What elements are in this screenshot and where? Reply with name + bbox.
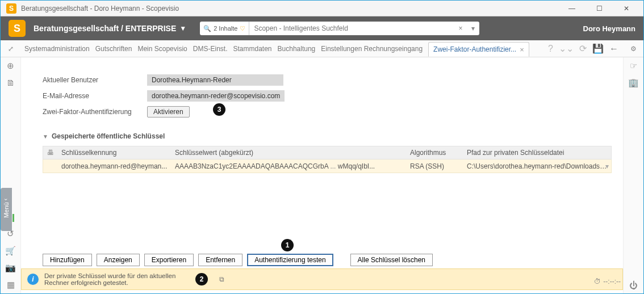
activate-button[interactable]: Aktivieren <box>147 106 190 117</box>
section-title: Gespeicherte öffentliche Schlüssel <box>52 132 165 140</box>
tabs-row: ⤢ Systemadministration Gutschriften Mein… <box>1 40 643 57</box>
current-user-label: Aktueller Benutzer <box>43 76 139 84</box>
search-expand-icon[interactable]: ▾ <box>467 24 479 32</box>
annotation-badge-2: 2 <box>195 273 208 285</box>
refresh-icon[interactable]: ⟳ <box>579 43 587 54</box>
timer-value: --:--:-- <box>603 278 621 285</box>
current-user-value: Dorothea.Heymann-Reder <box>147 74 283 86</box>
collapse-triangle-icon: ▼ <box>43 133 48 140</box>
export-button[interactable]: Exportieren <box>144 254 194 266</box>
help-icon[interactable]: ? <box>548 44 553 54</box>
row-menu-icon[interactable]: ▾ <box>605 162 609 170</box>
test-auth-button[interactable]: Authentifizierung testen <box>247 254 333 266</box>
cart-icon[interactable]: 🛒 <box>5 246 16 256</box>
menu-handle[interactable]: Menü › <box>1 188 12 231</box>
button-row: Hinzufügen Anzeigen Exportieren Entferne… <box>43 254 433 266</box>
window-title: Beratungsgesellschaft - Doro Heymann - S… <box>21 5 556 12</box>
annotation-badge-1: 1 <box>281 239 294 251</box>
search-input[interactable] <box>249 22 454 35</box>
right-rail: ☞ 🏢 ⏻ <box>623 57 643 293</box>
table-row[interactable]: dorothea.heymann-red@heyman... AAAAB3Nza… <box>43 159 612 173</box>
org-label: Beratungsgesellschaft / ENTERPRISE <box>34 24 176 33</box>
add-button[interactable]: Hinzufügen <box>43 254 92 266</box>
minimize-button[interactable]: — <box>561 2 583 15</box>
right-col-spacer: ⚙ <box>623 40 643 57</box>
maximize-button[interactable]: ☐ <box>588 2 610 15</box>
cell-key-id: dorothea.heymann-red@heyman... <box>58 162 172 170</box>
col-key-value[interactable]: Schlüsselwert (abgekürzt) <box>172 149 407 157</box>
add-icon[interactable]: ⊕ <box>7 61 14 71</box>
tab-close-icon[interactable]: × <box>520 45 524 54</box>
main-content: Aktueller Benutzer Dorothea.Heymann-Rede… <box>21 57 623 293</box>
remove-button[interactable]: Entfernen <box>198 254 242 266</box>
menu-handle-label: Menü <box>3 203 10 219</box>
email-label: E-Mail-Adresse <box>43 92 139 100</box>
page-icon[interactable]: 🗎 <box>6 78 15 87</box>
cell-algorithm: RSA (SSH) <box>407 162 463 170</box>
power-icon[interactable]: ⏻ <box>629 280 638 290</box>
status-message: Der private Schlüssel wurde für den aktu… <box>44 272 192 286</box>
cell-key-value: AAAAB3NzaC1yc2EAAAADAQABAAACAQCGrbA ... … <box>172 162 407 170</box>
grid-icon[interactable]: ▦ <box>7 280 15 290</box>
titlebar: S Beratungsgesellschaft - Doro Heymann -… <box>1 1 643 16</box>
filter-icon: ♡ <box>240 25 245 32</box>
search-count-label: 2 Inhalte <box>214 25 237 32</box>
search-icon: 🔍 <box>203 25 211 32</box>
annotation-badge-3: 3 <box>213 103 225 116</box>
col-key-path[interactable]: Pfad zur privaten Schlüsseldatei <box>463 149 611 157</box>
breadcrumb-item[interactable]: DMS-Einst. <box>193 45 228 53</box>
left-rail: ⊕ 🗎 ↺ 🛒 📷 ▦ <box>1 57 21 293</box>
active-tab-label: Zwei-Faktor-Authentifizier... <box>433 45 516 53</box>
breadcrumb-item[interactable]: Systemadministration <box>24 45 90 53</box>
search-wrap: 🔍 2 Inhalte ♡ × ▾ <box>200 22 479 35</box>
copy-icon[interactable]: ⧉ <box>219 276 224 283</box>
app-icon: S <box>6 3 16 14</box>
timer: ⏱ --:--:-- <box>594 278 621 285</box>
back-arrow-icon[interactable]: ← <box>609 44 618 54</box>
camera-icon[interactable]: 📷 <box>5 263 16 273</box>
org-selector[interactable]: Beratungsgesellschaft / ENTERPRISE ▼ <box>34 24 186 33</box>
gear-icon[interactable]: ⚙ <box>630 45 637 53</box>
breadcrumb-item[interactable]: Stammdaten <box>233 45 271 53</box>
chevron-right-icon: › <box>3 199 10 200</box>
section-header[interactable]: ▼ Gespeicherte öffentliche Schlüssel <box>43 132 612 140</box>
app-logo: S <box>9 20 26 37</box>
show-button[interactable]: Anzeigen <box>97 254 140 266</box>
breadcrumb-item[interactable]: Mein Scopevisio <box>137 45 187 53</box>
expand-icon[interactable]: ⤢ <box>8 45 14 53</box>
keys-table: 🖶 Schlüsselkennung Schlüsselwert (abgekü… <box>43 146 612 173</box>
topbar: S Beratungsgesellschaft / ENTERPRISE ▼ 🔍… <box>1 16 643 40</box>
current-username: Doro Heymann <box>583 24 635 33</box>
left-col-spacer: ⤢ <box>1 40 21 57</box>
status-bar: i Der private Schlüssel wurde für den ak… <box>21 268 623 290</box>
building-icon[interactable]: 🏢 <box>628 78 639 88</box>
hand-icon[interactable]: ☞ <box>630 61 637 71</box>
delete-all-button[interactable]: Alle Schlüssel löschen <box>350 254 433 266</box>
col-algorithm[interactable]: Algorithmus <box>407 149 463 157</box>
chevron-down-icon: ▼ <box>179 24 186 32</box>
search-clear-icon[interactable]: × <box>454 24 467 32</box>
breadcrumb-item[interactable]: Einstellungen Rechnungseingang <box>321 45 423 53</box>
double-chevron-down-icon[interactable]: ⌄⌄ <box>559 43 574 54</box>
print-column-icon[interactable]: 🖶 <box>43 149 58 157</box>
email-value: dorothea.heymann-reder@scopevisio.com <box>147 90 285 102</box>
table-header: 🖶 Schlüsselkennung Schlüsselwert (abgekü… <box>43 146 612 159</box>
breadcrumb-item[interactable]: Buchhaltung <box>278 45 316 53</box>
col-key-id[interactable]: Schlüsselkennung <box>58 149 172 157</box>
info-icon: i <box>27 274 39 285</box>
close-button[interactable]: ✕ <box>615 2 638 15</box>
twofa-label: Zwei-Faktor-Authentifizierung <box>43 108 139 116</box>
active-tab[interactable]: Zwei-Faktor-Authentifizier... × <box>428 42 529 57</box>
save-icon[interactable]: 💾 <box>592 43 604 54</box>
stopwatch-icon[interactable]: ⏱ <box>594 278 601 285</box>
breadcrumb-item[interactable]: Gutschriften <box>95 45 132 53</box>
cell-key-path: C:\Users\dorothea.heymann-red\Downloads\… <box>463 162 611 170</box>
search-count-dropdown[interactable]: 🔍 2 Inhalte ♡ <box>200 22 249 35</box>
